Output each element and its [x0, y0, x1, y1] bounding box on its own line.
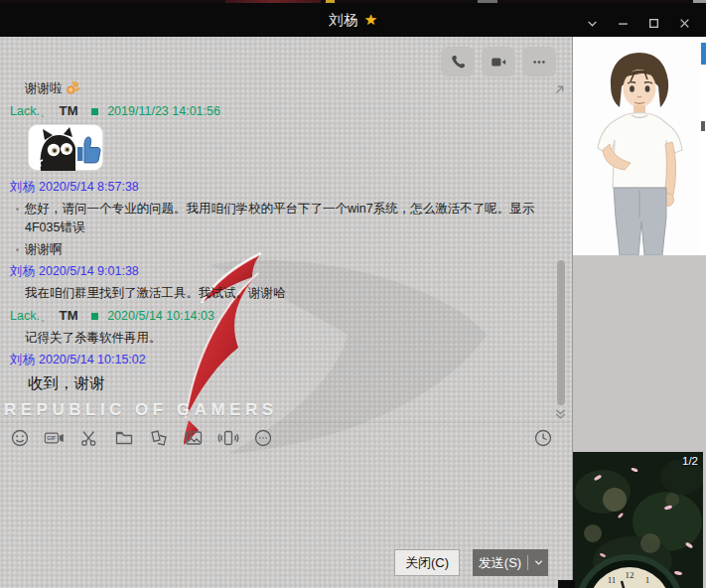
- chevron-down-icon: [534, 558, 543, 567]
- clock-icon: [533, 428, 553, 448]
- page-title: 刘杨: [329, 11, 359, 30]
- qq-show-panel[interactable]: [573, 37, 706, 255]
- ok-hand-emoji: [66, 80, 80, 95]
- qq-show-scroll-mark: [701, 121, 705, 131]
- message-sender-line: 刘杨2020/5/14 8:57:38: [0, 178, 564, 197]
- ad-image-panel[interactable]: 12111 102 93 1/2: [573, 452, 703, 588]
- green-square-icon: [91, 313, 98, 320]
- input-toolbar: GIF: [0, 422, 572, 452]
- gif-icon: GIF: [44, 428, 66, 448]
- window-shake-button[interactable]: [217, 427, 239, 449]
- chat-area: REPUBLIC OF GAMERS: [0, 37, 572, 588]
- sender-name: Lack.、: [10, 309, 52, 323]
- sticker-message[interactable]: [28, 124, 564, 171]
- titlebar: 刘杨 ★: [0, 3, 706, 37]
- shake-phone-icon: [217, 428, 239, 448]
- more-circle-icon: [253, 428, 273, 448]
- smiley-icon: [10, 428, 30, 448]
- message-text: 谢谢啊: [0, 240, 564, 259]
- message-text: 记得关了杀毒软件再用。: [0, 329, 564, 348]
- message-input[interactable]: [0, 453, 556, 547]
- more-tools-button[interactable]: [252, 427, 274, 449]
- qq-show-scrollbar[interactable]: [700, 37, 706, 255]
- close-window-button[interactable]: [669, 6, 700, 40]
- svg-text:12: 12: [626, 570, 635, 580]
- expand-corner-button[interactable]: [553, 82, 566, 95]
- folder-icon: [114, 428, 134, 448]
- message-sender-line: 刘杨2020/5/14 10:15:02: [0, 351, 564, 369]
- send-file-button[interactable]: [113, 427, 135, 449]
- sender-name: 刘杨: [10, 180, 35, 194]
- message-text: 我在咱们群里找到了激活工具。我试试。谢谢哈: [0, 284, 564, 303]
- minimize-button[interactable]: [608, 6, 638, 40]
- message-history-button[interactable]: [532, 427, 554, 449]
- qq-show-scroll-thumb[interactable]: [701, 43, 706, 65]
- chat-window: 刘杨 ★: [0, 0, 706, 588]
- screen-share-icon: [148, 428, 170, 448]
- sender-name: 刘杨: [10, 264, 35, 278]
- screen-share-button[interactable]: [148, 427, 170, 449]
- message-timestamp: 2020/5/14 10:14:03: [107, 309, 214, 323]
- gif-hot-pics-button[interactable]: GIF: [44, 427, 66, 449]
- message-input-area: [0, 453, 556, 547]
- scissors-icon: [79, 428, 99, 448]
- background-corner-mark: [558, 580, 575, 588]
- message-text: 谢谢啦: [0, 79, 564, 98]
- sender-name: Lack.、: [10, 104, 52, 118]
- message-timestamp: 2020/5/14 8:57:38: [39, 180, 139, 194]
- send-image-button[interactable]: [183, 427, 205, 449]
- double-chevron-down-icon: [554, 407, 567, 420]
- message-text: 您好，请问一个专业的问题。我用咱们学校的平台下了一个win7系统，怎么激活不了呢…: [0, 200, 564, 237]
- maximize-icon: [648, 18, 659, 29]
- chevron-down-icon: [587, 18, 598, 29]
- maximize-button[interactable]: [638, 6, 669, 40]
- message-sender-line: Lack.、TM2019/11/23 14:01:56: [0, 101, 564, 121]
- jump-to-latest-button[interactable]: [554, 406, 567, 419]
- send-button[interactable]: 发送(S): [473, 549, 548, 576]
- message-text: 收到，谢谢: [0, 372, 564, 394]
- message-timestamp: 2020/5/14 10:15:02: [39, 353, 146, 367]
- image-icon: [184, 428, 204, 448]
- window-controls: [577, 6, 700, 40]
- collapse-chevron-button[interactable]: [577, 6, 608, 40]
- message-list: 谢谢啦 Lack.、TM2019/11/23 14:01:56: [0, 37, 564, 397]
- message-timestamp: 2020/5/14 9:01:38: [39, 264, 139, 278]
- boy-avatar: [573, 37, 706, 255]
- close-button[interactable]: 关闭(C): [394, 549, 460, 576]
- svg-text:1: 1: [645, 575, 650, 585]
- cat-thumbs-up-sticker: [28, 124, 103, 171]
- right-sidebar: 12111 102 93 1/2: [573, 37, 706, 588]
- send-button-label: 发送(S): [473, 554, 527, 572]
- svg-text:11: 11: [608, 575, 617, 585]
- sender-badge: TM: [59, 103, 78, 118]
- emoji-button[interactable]: [9, 427, 31, 449]
- screenshot-button[interactable]: [78, 427, 100, 449]
- vip-star-icon: ★: [364, 11, 377, 29]
- ad-page-indicator: 1/2: [682, 455, 698, 467]
- rog-wallpaper-text: REPUBLIC OF GAMERS: [4, 400, 278, 420]
- svg-text:GIF: GIF: [47, 435, 57, 441]
- message-sender-line: Lack.、TM2020/5/14 10:14:03: [0, 306, 564, 326]
- minimize-icon: [618, 18, 629, 29]
- message-timestamp: 2019/11/23 14:01:56: [107, 104, 220, 118]
- sender-badge: TM: [59, 308, 78, 323]
- close-icon: [679, 18, 690, 29]
- flower-clock-photo: 12111 102 93: [573, 452, 703, 588]
- chat-scrollbar[interactable]: [557, 260, 565, 405]
- green-square-icon: [91, 108, 98, 115]
- expand-corner-icon: [553, 83, 566, 96]
- sender-name: 刘杨: [10, 353, 35, 367]
- send-options-button[interactable]: [528, 558, 548, 567]
- message-sender-line: 刘杨2020/5/14 9:01:38: [0, 262, 564, 281]
